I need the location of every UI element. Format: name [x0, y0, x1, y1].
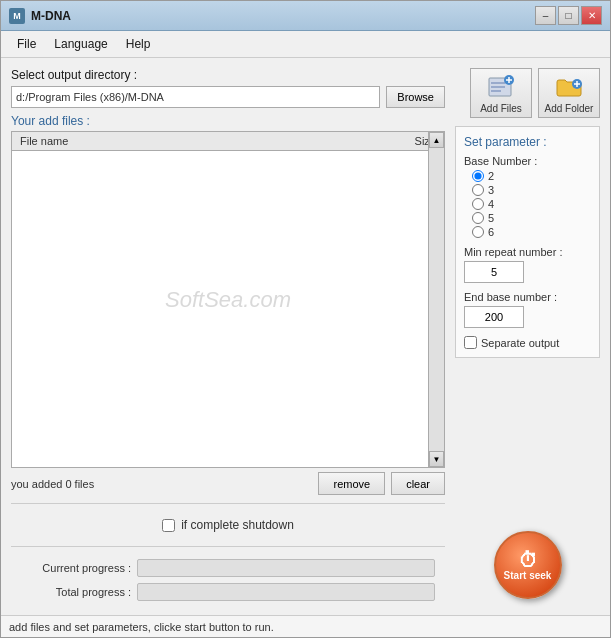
files-table-container: File name Size SoftSea.com ▲ ▼ — [11, 131, 445, 468]
radio-row-5: 5 — [472, 212, 591, 224]
radio-row-4: 4 — [472, 198, 591, 210]
menu-language[interactable]: Language — [46, 34, 115, 54]
end-base-input[interactable] — [464, 306, 524, 328]
output-row: Browse — [11, 86, 445, 108]
right-spacer — [455, 366, 600, 523]
shutdown-checkbox[interactable] — [162, 519, 175, 532]
radio-label-2: 2 — [488, 170, 494, 182]
radio-label-4: 4 — [488, 198, 494, 210]
radio-2[interactable] — [472, 170, 484, 182]
total-progress-bar — [137, 583, 435, 601]
start-seek-label: Start seek — [504, 570, 552, 581]
menu-help[interactable]: Help — [118, 34, 159, 54]
params-section: Set parameter : Base Number : 2 3 4 — [455, 126, 600, 358]
window-controls: – □ ✕ — [535, 6, 602, 25]
browse-button[interactable]: Browse — [386, 86, 445, 108]
min-repeat-label: Min repeat number : — [464, 246, 591, 258]
files-section: Your add files : File name Size SoftSea.… — [11, 114, 445, 495]
col-filename: File name — [12, 132, 285, 151]
radio-label-6: 6 — [488, 226, 494, 238]
separator-1 — [11, 503, 445, 504]
files-actions: remove clear — [318, 472, 445, 495]
output-path-input[interactable] — [11, 86, 380, 108]
app-icon: M — [9, 8, 25, 24]
close-button[interactable]: ✕ — [581, 6, 602, 25]
maximize-button[interactable]: □ — [558, 6, 579, 25]
status-text: add files and set parameters, clicke sta… — [9, 621, 274, 633]
start-btn-container: ⏱ Start seek — [455, 531, 600, 599]
svg-rect-2 — [491, 86, 505, 88]
radio-4[interactable] — [472, 198, 484, 210]
clear-button[interactable]: clear — [391, 472, 445, 495]
shutdown-label: if complete shutdown — [181, 518, 294, 532]
radio-5[interactable] — [472, 212, 484, 224]
top-buttons: Add Files Add Folder — [455, 68, 600, 118]
col-size: Size — [285, 132, 444, 151]
radio-6[interactable] — [472, 226, 484, 238]
svg-rect-1 — [491, 82, 505, 84]
min-repeat-input[interactable] — [464, 261, 524, 283]
current-progress-row: Current progress : — [21, 559, 435, 577]
files-label: Your add files : — [11, 114, 445, 128]
right-panel: Add Files Add Folder Set — [455, 68, 600, 605]
add-files-button[interactable]: Add Files — [470, 68, 532, 118]
window-title: M-DNA — [31, 9, 71, 23]
main-window: M M-DNA – □ ✕ File Language Help Select … — [0, 0, 611, 638]
scroll-thumb[interactable] — [429, 148, 444, 451]
files-count: you added 0 files — [11, 478, 94, 490]
title-bar: M M-DNA – □ ✕ — [1, 1, 610, 31]
menu-bar: File Language Help — [1, 31, 610, 58]
end-base-label: End base number : — [464, 291, 591, 303]
status-bar: add files and set parameters, clicke sta… — [1, 615, 610, 637]
base-number-label: Base Number : — [464, 155, 591, 167]
remove-button[interactable]: remove — [318, 472, 385, 495]
separate-output-checkbox[interactable] — [464, 336, 477, 349]
output-section: Select output directory : Browse — [11, 68, 445, 108]
radio-row-2: 2 — [472, 170, 591, 182]
separate-output-label: Separate output — [481, 337, 559, 349]
add-folder-button[interactable]: Add Folder — [538, 68, 600, 118]
left-panel: Select output directory : Browse Your ad… — [11, 68, 445, 605]
radio-row-3: 3 — [472, 184, 591, 196]
separator-2 — [11, 546, 445, 547]
add-files-label: Add Files — [480, 103, 522, 114]
watermark: SoftSea.com — [165, 287, 291, 313]
base-number-radio-group: 2 3 4 5 6 — [464, 170, 591, 238]
scroll-down[interactable]: ▼ — [429, 451, 444, 467]
add-files-icon — [486, 73, 516, 101]
add-folder-icon — [554, 73, 584, 101]
title-bar-left: M M-DNA — [9, 8, 71, 24]
scroll-up[interactable]: ▲ — [429, 132, 444, 148]
radio-label-5: 5 — [488, 212, 494, 224]
minimize-button[interactable]: – — [535, 6, 556, 25]
current-progress-label: Current progress : — [21, 562, 131, 574]
start-icon: ⏱ — [518, 550, 538, 570]
total-progress-label: Total progress : — [21, 586, 131, 598]
files-bottom: you added 0 files remove clear — [11, 472, 445, 495]
menu-file[interactable]: File — [9, 34, 44, 54]
shutdown-row: if complete shutdown — [11, 512, 445, 538]
total-progress-row: Total progress : — [21, 583, 435, 601]
main-content: Select output directory : Browse Your ad… — [1, 58, 610, 615]
progress-section: Current progress : Total progress : — [11, 555, 445, 605]
current-progress-bar — [137, 559, 435, 577]
scrollbar: ▲ ▼ — [428, 132, 444, 467]
separate-output-row: Separate output — [464, 336, 591, 349]
radio-label-3: 3 — [488, 184, 494, 196]
params-title: Set parameter : — [464, 135, 591, 149]
files-table: File name Size — [12, 132, 444, 151]
start-seek-button[interactable]: ⏱ Start seek — [494, 531, 562, 599]
svg-rect-3 — [491, 90, 501, 92]
output-label: Select output directory : — [11, 68, 445, 82]
radio-3[interactable] — [472, 184, 484, 196]
radio-row-6: 6 — [472, 226, 591, 238]
add-folder-label: Add Folder — [545, 103, 594, 114]
